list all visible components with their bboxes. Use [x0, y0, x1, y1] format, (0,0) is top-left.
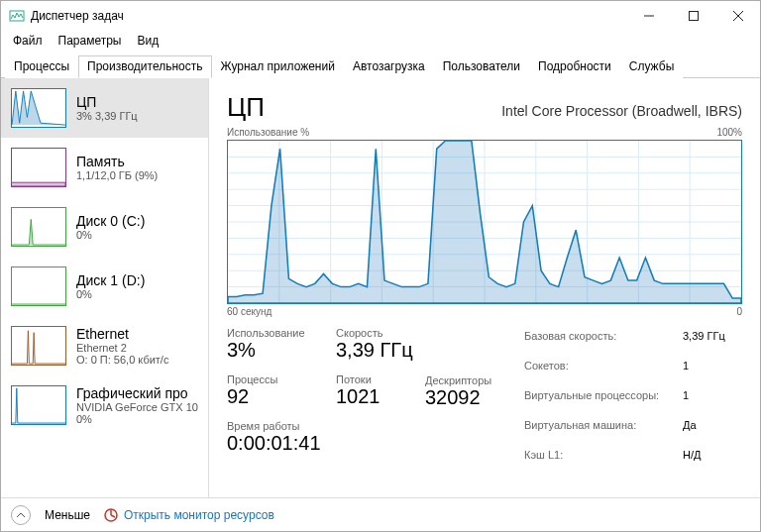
sidebar-item-memory[interactable]: Память1,1/12,0 ГБ (9%): [1, 138, 208, 197]
chart-ylabel: Использование %: [227, 127, 309, 138]
titlebar: Диспетчер задач: [1, 1, 760, 31]
tab-details[interactable]: Подробности: [529, 55, 620, 78]
svg-line-25: [111, 515, 115, 517]
info-l1: Н/Д: [683, 446, 701, 464]
chart-ymax: 100%: [716, 127, 742, 138]
chart-xmin: 60 секунд: [227, 306, 272, 317]
stat-speed: 3,39 ГГц: [336, 339, 415, 362]
maximize-button[interactable]: [671, 1, 715, 31]
cpu-chart: [227, 140, 742, 304]
menubar: Файл Параметры Вид: [1, 31, 760, 51]
minimize-button[interactable]: [626, 1, 671, 31]
stat-uptime: 0:00:01:41: [227, 432, 326, 455]
stat-threads: 1021: [336, 385, 415, 408]
main-panel: ЦП Intel Core Processor (Broadwell, IBRS…: [209, 78, 760, 497]
footer: Меньше Открыть монитор ресурсов: [1, 497, 760, 531]
resmon-link[interactable]: Открыть монитор ресурсов: [104, 508, 274, 522]
menu-view[interactable]: Вид: [129, 32, 166, 50]
tab-users[interactable]: Пользователи: [434, 55, 529, 78]
tab-apphistory[interactable]: Журнал приложений: [212, 55, 344, 78]
resmon-icon: [104, 508, 118, 522]
less-label[interactable]: Меньше: [45, 508, 90, 522]
collapse-button[interactable]: [11, 505, 31, 525]
tab-startup[interactable]: Автозагрузка: [344, 55, 434, 78]
info-vm: Да: [683, 416, 697, 434]
sidebar-item-ethernet[interactable]: EthernetEthernet 2О: 0 П: 56,0 кбит/с: [1, 316, 208, 375]
info-base: 3,39 ГГц: [683, 327, 725, 345]
info-vproc: 1: [683, 386, 689, 404]
tab-processes[interactable]: Процессы: [5, 55, 78, 78]
stat-handles: 32092: [425, 386, 514, 409]
app-icon: [9, 8, 25, 24]
sidebar-item-disk1[interactable]: Диск 1 (D:)0%: [1, 257, 208, 316]
chevron-up-icon: [16, 510, 26, 520]
tab-services[interactable]: Службы: [620, 55, 683, 78]
sidebar-item-disk0[interactable]: Диск 0 (C:)0%: [1, 197, 208, 257]
chart-xmax: 0: [736, 306, 742, 317]
sidebar-item-cpu[interactable]: ЦП3% 3,39 ГГц: [1, 78, 208, 138]
cpu-model: Intel Core Processor (Broadwell, IBRS): [501, 103, 742, 119]
sidebar-label: ЦП: [76, 94, 138, 110]
close-button[interactable]: [715, 1, 760, 31]
info-sockets: 1: [683, 357, 689, 374]
stat-usage: 3%: [227, 339, 326, 362]
stat-processes: 92: [227, 385, 326, 408]
menu-options[interactable]: Параметры: [51, 32, 130, 50]
window-title: Диспетчер задач: [31, 9, 124, 23]
sidebar-item-gpu[interactable]: Графический проNVIDIA GeForce GTX 100%: [1, 375, 208, 435]
tab-performance[interactable]: Производительность: [78, 55, 211, 78]
svg-rect-2: [689, 12, 698, 21]
sidebar: ЦП3% 3,39 ГГц Память1,1/12,0 ГБ (9%) Дис…: [1, 78, 209, 497]
page-title: ЦП: [227, 92, 265, 123]
tabs: Процессы Производительность Журнал прило…: [1, 51, 760, 78]
menu-file[interactable]: Файл: [5, 32, 51, 50]
